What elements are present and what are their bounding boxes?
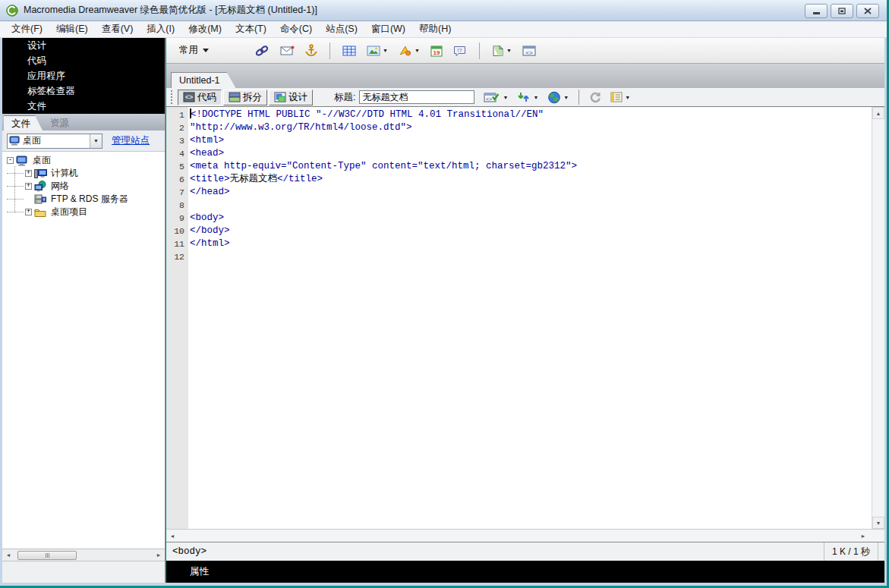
tab-assets[interactable]: 资源 xyxy=(43,115,81,130)
design-view-button[interactable]: 设计 xyxy=(269,90,313,105)
close-button[interactable] xyxy=(856,4,879,18)
panel-group-header[interactable]: 文件 xyxy=(2,99,165,114)
menu-item[interactable]: 文本(T) xyxy=(229,21,273,37)
chevron-down-icon[interactable]: ▼ xyxy=(383,48,388,53)
minimize-button[interactable] xyxy=(805,4,828,18)
toolbar-grip[interactable] xyxy=(171,90,173,104)
dreamweaver-logo-icon xyxy=(6,5,18,17)
date-icon[interactable]: 19 xyxy=(429,43,444,58)
title-input[interactable] xyxy=(359,90,474,104)
validate-markup-icon[interactable]: <> ▼ xyxy=(482,90,509,105)
preview-in-browser-icon[interactable]: ▼ xyxy=(546,90,570,105)
code-line[interactable]: <!DOCTYPE HTML PUBLIC "-//W3C//DTD HTML … xyxy=(190,108,862,121)
chevron-down-icon[interactable]: ▼ xyxy=(533,95,538,100)
collapse-icon[interactable]: - xyxy=(7,157,14,164)
code-line[interactable]: </body> xyxy=(190,225,862,237)
chevron-down-icon[interactable]: ▼ xyxy=(563,95,569,100)
panel-group-header[interactable]: 代码 xyxy=(2,53,165,68)
tree-item-label[interactable]: FTP & RDS 服务器 xyxy=(51,193,128,206)
tree-item-server[interactable]: +FTP & RDS 服务器 xyxy=(2,193,165,206)
panel-group-header[interactable]: 应用程序 xyxy=(2,68,165,83)
tree-item-computer[interactable]: +计算机 xyxy=(2,167,165,180)
tree-item-label[interactable]: 网络 xyxy=(51,180,69,193)
scroll-left-icon[interactable]: ◄ xyxy=(166,533,178,539)
image-icon[interactable]: ▼ xyxy=(365,43,389,58)
menu-item[interactable]: 站点(S) xyxy=(319,21,364,37)
site-select[interactable]: 桌面 ▼ xyxy=(7,134,102,149)
scroll-down-icon[interactable]: ▼ xyxy=(872,517,884,529)
view-options-icon[interactable]: ▼ xyxy=(609,90,632,104)
comment-icon[interactable]: !? xyxy=(452,43,468,58)
tab-files[interactable]: 文件 xyxy=(4,115,43,130)
line-number: 2 xyxy=(166,121,188,134)
code-line[interactable]: <html> xyxy=(190,134,862,147)
chevron-down-icon[interactable]: ▼ xyxy=(415,48,420,53)
panel-group-header[interactable]: 设计 xyxy=(2,38,165,53)
document-tab[interactable]: Untitled-1 xyxy=(171,72,236,88)
hyperlink-icon[interactable] xyxy=(253,42,271,59)
chevron-down-icon[interactable]: ▼ xyxy=(503,95,508,100)
tree-item-network[interactable]: +网络 xyxy=(2,180,165,193)
code-line[interactable]: <body> xyxy=(190,212,862,225)
sidebar-h-scrollbar[interactable]: ◄ ► xyxy=(2,549,165,561)
menu-item[interactable]: 插入(I) xyxy=(140,21,181,37)
chevron-down-icon[interactable]: ▼ xyxy=(625,95,630,100)
menu-item[interactable]: 帮助(H) xyxy=(412,21,458,37)
expand-icon[interactable]: + xyxy=(25,183,32,190)
menu-item[interactable]: 文件(F) xyxy=(5,21,49,37)
restore-button[interactable] xyxy=(831,4,853,18)
code-line[interactable]: <head> xyxy=(190,147,862,160)
code-line[interactable]: <meta http-equiv="Content-Type" content=… xyxy=(190,160,862,173)
chevron-down-icon[interactable]: ▼ xyxy=(506,48,512,53)
split-view-button[interactable]: 拆分 xyxy=(223,90,267,105)
scroll-up-icon[interactable]: ▲ xyxy=(872,107,884,119)
media-icon[interactable]: ▼ xyxy=(397,43,421,58)
expand-icon[interactable]: + xyxy=(25,170,32,177)
panel-group-header[interactable]: 标签检查器 xyxy=(2,83,165,99)
tree-item-label[interactable]: 桌面项目 xyxy=(51,206,87,219)
insert-category-dropdown[interactable]: 常用 xyxy=(179,44,198,57)
scroll-right-icon[interactable]: ► xyxy=(857,533,869,539)
network-icon xyxy=(34,181,48,193)
tag-chooser-icon[interactable]: <> xyxy=(521,43,537,58)
scrollbar-thumb[interactable] xyxy=(17,551,77,560)
properties-panel-header[interactable]: 属性 xyxy=(166,561,884,583)
chevron-down-icon[interactable] xyxy=(203,49,209,52)
title-field-label: 标题: xyxy=(334,91,355,104)
code-line[interactable] xyxy=(190,199,862,212)
split-view-icon xyxy=(229,92,241,102)
code-line[interactable] xyxy=(190,250,862,263)
file-management-icon[interactable]: ▼ xyxy=(515,90,540,105)
code-text[interactable]: <!DOCTYPE HTML PUBLIC "-//W3C//DTD HTML … xyxy=(188,107,862,529)
tag-selector[interactable]: <body> xyxy=(166,546,206,557)
named-anchor-icon[interactable] xyxy=(304,42,319,59)
tree-item-desktop[interactable]: -桌面 xyxy=(2,154,165,167)
code-editor[interactable]: 123456789101112 <!DOCTYPE HTML PUBLIC "-… xyxy=(166,107,884,529)
code-line[interactable]: </head> xyxy=(190,186,862,199)
code-v-scrollbar[interactable]: ▲ ▼ xyxy=(872,107,884,529)
templates-icon[interactable]: ▼ xyxy=(490,43,513,58)
tree-item-label[interactable]: 桌面 xyxy=(33,154,51,167)
menu-item[interactable]: 查看(V) xyxy=(95,21,140,37)
menu-item[interactable]: 修改(M) xyxy=(181,21,229,37)
refresh-icon[interactable] xyxy=(588,90,603,105)
tree-item-label[interactable]: 计算机 xyxy=(51,167,78,180)
table-icon[interactable] xyxy=(341,43,358,58)
line-number: 6 xyxy=(166,173,188,186)
expand-icon[interactable]: + xyxy=(25,209,32,215)
manage-sites-link[interactable]: 管理站点 xyxy=(112,134,150,147)
menu-item[interactable]: 窗口(W) xyxy=(364,21,412,37)
chevron-down-icon[interactable]: ▼ xyxy=(90,134,102,148)
code-h-scrollbar[interactable]: ◄ ► xyxy=(166,529,884,542)
code-view-button[interactable]: <> 代码 xyxy=(178,90,222,105)
tree-item-folder[interactable]: +桌面项目 xyxy=(2,206,165,219)
code-line[interactable]: </html> xyxy=(190,237,862,250)
code-line[interactable]: "http://www.w3.org/TR/html4/loose.dtd"> xyxy=(190,121,862,134)
scroll-right-icon[interactable]: ► xyxy=(153,552,165,558)
email-link-icon[interactable] xyxy=(279,43,296,58)
menu-item[interactable]: 编辑(E) xyxy=(49,21,95,37)
scroll-left-icon[interactable]: ◄ xyxy=(2,552,14,558)
menu-item[interactable]: 命令(C) xyxy=(273,21,319,37)
code-line[interactable]: <title>无标题文档</title> xyxy=(190,173,862,186)
document-tab-strip: Untitled-1 xyxy=(166,64,884,88)
